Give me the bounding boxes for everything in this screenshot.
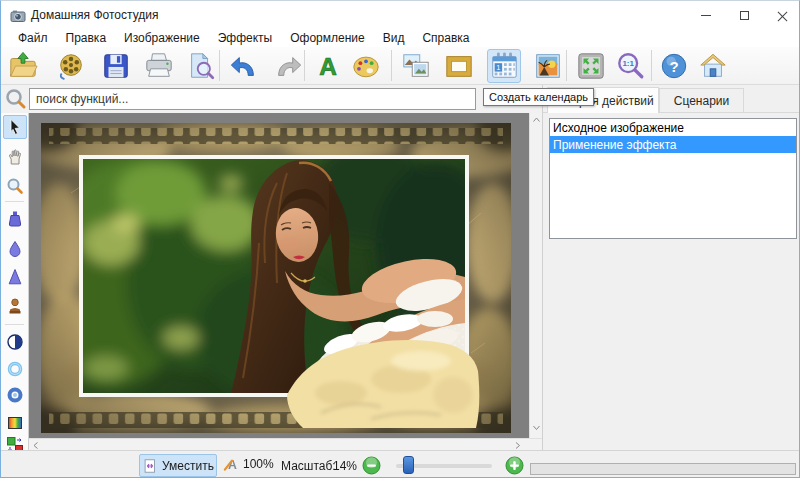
scale-label: Масштаб:: [281, 459, 336, 473]
hand-icon: [6, 148, 24, 166]
history-listbox: Исходное изображение Применение эффекта: [549, 118, 797, 239]
tool-palette: [1, 113, 29, 450]
saturation-tool[interactable]: [3, 383, 27, 407]
sharpen-tool[interactable]: [3, 265, 27, 289]
palette-icon: [351, 51, 381, 81]
palette-button[interactable]: [349, 49, 383, 83]
montage-button[interactable]: [399, 49, 433, 83]
menu-help[interactable]: Справка: [413, 30, 478, 46]
film-reel-icon: [56, 51, 86, 81]
brush-tool[interactable]: [3, 207, 27, 231]
history-item-original[interactable]: Исходное изображение: [550, 119, 796, 136]
blur-tool[interactable]: [3, 237, 27, 261]
ink-bottle-icon: [6, 210, 24, 228]
text-icon: A: [313, 51, 343, 81]
fit-label: Уместить: [162, 459, 214, 473]
menu-effects[interactable]: Эффекты: [209, 30, 282, 46]
horizontal-scrollbar[interactable]: [29, 438, 542, 450]
menu-image[interactable]: Изображение: [115, 30, 209, 46]
undo-button[interactable]: [227, 49, 261, 83]
rainbow-swatch-icon: [6, 414, 24, 432]
add-text-button[interactable]: A: [311, 49, 345, 83]
scroll-up-icon[interactable]: [533, 117, 540, 123]
menu-decoration[interactable]: Оформление: [281, 30, 373, 46]
svg-text:?: ?: [669, 58, 678, 75]
close-button[interactable]: [763, 1, 800, 29]
zoom-slider-thumb[interactable]: [403, 456, 414, 474]
toolbar-separator: [391, 50, 392, 81]
title-bar: Домашняя Фотостудия: [1, 1, 799, 29]
window-title: Домашняя Фотостудия: [31, 8, 158, 22]
cursor-icon: [6, 118, 24, 136]
calendar-tooltip: Создать календарь: [483, 88, 594, 106]
dark-ring-icon: [6, 386, 24, 404]
calendar-icon: 1: [489, 51, 519, 81]
contrast-icon: [6, 333, 24, 351]
zoom-1-1-button[interactable]: 1:1: [614, 49, 648, 83]
actual-size-icon: A: [223, 455, 240, 472]
svg-text:1:1: 1:1: [622, 59, 634, 68]
printer-icon: [144, 51, 174, 81]
home-button[interactable]: [696, 49, 730, 83]
print-button[interactable]: [142, 49, 176, 83]
scroll-right-icon[interactable]: [515, 442, 521, 449]
minimize-button[interactable]: [687, 1, 725, 29]
actual-size-button[interactable]: A 100%: [223, 455, 274, 472]
menu-bar: Файл Правка Изображение Эффекты Оформлен…: [1, 29, 799, 47]
vertical-scrollbar[interactable]: [529, 113, 542, 438]
home-icon: [698, 51, 728, 81]
preview-button[interactable]: [184, 49, 218, 83]
search-input[interactable]: [29, 88, 476, 110]
menu-file[interactable]: Файл: [9, 30, 57, 46]
contrast-tool[interactable]: [3, 330, 27, 354]
main-toolbar: A: [1, 47, 799, 85]
scroll-left-icon[interactable]: [33, 442, 39, 449]
zoom-tool[interactable]: [3, 174, 27, 198]
open-folder-icon: [8, 51, 38, 81]
menu-edit[interactable]: Правка: [57, 30, 116, 46]
redo-button[interactable]: [271, 49, 305, 83]
brightness-tool[interactable]: [3, 357, 27, 381]
sunset-photo-icon: [533, 51, 563, 81]
search-row: [1, 85, 542, 113]
magnifier-icon: [6, 177, 24, 195]
history-item-effect[interactable]: Применение эффекта: [550, 136, 796, 153]
tab-scenarios[interactable]: Сценарии: [659, 88, 744, 113]
frame-button[interactable]: [442, 49, 476, 83]
slideshow-button[interactable]: [54, 49, 88, 83]
color-adjust-tool[interactable]: [3, 411, 27, 435]
status-bar: Уместить A 100% Масштаб: 14%: [1, 450, 799, 478]
photo-canvas[interactable]: [29, 113, 529, 438]
select-tool[interactable]: [3, 115, 27, 139]
close-icon: [777, 10, 788, 21]
zoom-out-button[interactable]: [362, 456, 381, 475]
fit-button[interactable]: Уместить: [139, 454, 217, 477]
toolbar-separator: [219, 50, 220, 81]
actual-size-value: 100%: [243, 457, 274, 471]
droplet-icon: [6, 240, 24, 258]
help-icon: ?: [659, 51, 689, 81]
open-button[interactable]: [6, 49, 40, 83]
pan-tool[interactable]: [3, 145, 27, 169]
fullscreen-button[interactable]: [574, 49, 608, 83]
effects-button[interactable]: [531, 49, 565, 83]
menu-view[interactable]: Вид: [374, 30, 414, 46]
scale-value: 14%: [333, 459, 357, 473]
stamp-tool[interactable]: [3, 294, 27, 318]
help-button[interactable]: ?: [657, 49, 691, 83]
minimize-icon: [701, 15, 711, 16]
fit-page-icon: [142, 458, 158, 474]
progress-bar: [530, 463, 796, 475]
zoom-in-button[interactable]: [505, 456, 524, 475]
photo-montage-icon: [401, 51, 431, 81]
maximize-button[interactable]: [725, 1, 763, 29]
save-button[interactable]: [99, 49, 133, 83]
cone-icon: [6, 268, 24, 286]
toolbar-separator: [566, 50, 567, 81]
scroll-down-icon[interactable]: [533, 425, 540, 431]
palette-separator: [5, 324, 24, 325]
svg-text:A: A: [319, 53, 337, 80]
undo-icon: [229, 51, 259, 81]
calendar-button[interactable]: 1: [487, 49, 521, 83]
toolbar-separator: [304, 50, 305, 81]
